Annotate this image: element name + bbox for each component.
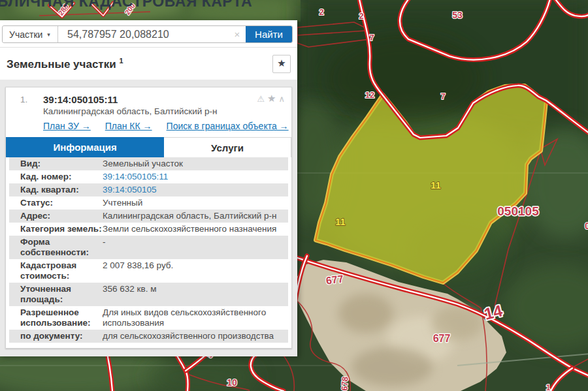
- info-row: Категория земель:Земли сельскохозяйствен…: [9, 223, 288, 236]
- page-title: ПУБЛИЧНАЯ КАДАСТРОВАЯ КАРТА: [0, 0, 252, 10]
- favorites-button[interactable]: ★: [272, 55, 291, 73]
- tabs: ИнформацияУслуги: [6, 137, 291, 157]
- info-label: Вид:: [9, 159, 103, 169]
- info-value: 356 632 кв. м: [103, 284, 288, 305]
- info-value: для сельскохозяйственного производства: [103, 331, 288, 341]
- search-category-label: Участки: [9, 29, 42, 40]
- info-value: Земли сельскохозяйственного назначения: [103, 224, 288, 234]
- parcel-links: План ЗУ →План КК →Поиск в границах объек…: [43, 121, 286, 131]
- parcel-link[interactable]: План КК →: [105, 121, 152, 131]
- info-value-link[interactable]: 39:14:050105: [103, 185, 288, 195]
- info-label: Адрес:: [9, 211, 103, 221]
- parcel-index: 1.: [20, 95, 27, 104]
- info-label: по документу:: [9, 331, 103, 341]
- parcel-cadastral-number: 39:14:050105:11: [43, 94, 286, 105]
- info-value: Земельный участок: [103, 159, 288, 169]
- info-row: Уточненная площадь:356 632 кв. м: [9, 283, 288, 306]
- info-value: Для иных видов сельскохозяйственного исп…: [103, 307, 288, 328]
- info-label: Категория земель:: [9, 224, 103, 234]
- collapse-icon[interactable]: ∧: [278, 95, 285, 103]
- info-value: 2 007 838,16 руб.: [103, 260, 288, 281]
- results-count: 1: [119, 57, 123, 65]
- search-panel: Участки ▾ × Найти Земельные участки 1 ★ …: [0, 20, 297, 356]
- map-label: 53: [452, 10, 463, 20]
- map-label: 7: [440, 91, 445, 101]
- chevron-down-icon: ▾: [47, 31, 50, 38]
- results-title: Земельные участки 1: [7, 57, 123, 71]
- map-label: 7: [369, 33, 374, 42]
- results-list: 1. 39:14:050105:11 Калининградская облас…: [0, 80, 297, 356]
- map-label: 10: [227, 377, 237, 388]
- search-category-dropdown[interactable]: Участки ▾: [3, 26, 58, 42]
- info-value-link[interactable]: 39:14:050105:11: [103, 172, 288, 182]
- info-row: Вид:Земельный участок: [9, 157, 288, 170]
- info-label: Разрешенное использование:: [9, 307, 103, 328]
- map-label: 11: [335, 216, 346, 227]
- map-label: 1: [546, 383, 551, 391]
- info-label: Статус:: [9, 198, 103, 208]
- info-label: Уточненная площадь:: [9, 284, 103, 305]
- info-value: Калининградская область, Балтийский р-н: [103, 211, 288, 221]
- parcel-card: 1. 39:14:050105:11 Калининградская облас…: [5, 87, 292, 349]
- map-label: 11: [431, 180, 441, 191]
- info-row: Статус:Учтенный: [9, 196, 288, 210]
- search-bar: Участки ▾ × Найти: [0, 20, 297, 48]
- map-label: 678: [339, 377, 350, 391]
- info-label: Кадастровая стоимость:: [9, 260, 103, 281]
- search-button[interactable]: Найти: [246, 26, 292, 42]
- info-row: по документу:для сельскохозяйственного п…: [9, 330, 288, 343]
- map-label: 12: [365, 90, 374, 100]
- clear-search-icon[interactable]: ×: [229, 26, 246, 42]
- info-table: Вид:Земельный участокКад. номер:39:14:05…: [9, 157, 288, 348]
- tab-services[interactable]: Услуги: [164, 137, 291, 157]
- star-icon[interactable]: ★: [267, 94, 276, 104]
- tab-information[interactable]: Информация: [6, 137, 164, 157]
- info-row: Адрес:Калининградская область, Балтийски…: [9, 210, 288, 223]
- map-label: 677: [433, 333, 451, 344]
- info-row: Форма собственности:-: [9, 236, 288, 259]
- info-row: Кадастровая стоимость:2 007 838,16 руб.: [9, 259, 288, 283]
- parcel-link[interactable]: План ЗУ →: [43, 121, 91, 131]
- parcel-address: Калининградская область, Балтийский р-н: [43, 106, 286, 117]
- info-value: Учтенный: [103, 198, 288, 208]
- map-label: 050105: [497, 204, 539, 218]
- info-row: Кад. квартал:39:14:050105: [9, 183, 288, 196]
- info-row: Разрешенное использование:Для иных видов…: [9, 306, 288, 330]
- map-label: 2: [359, 11, 363, 21]
- warning-icon: ⚠: [257, 95, 265, 103]
- info-value: -: [103, 237, 288, 258]
- map-label: 0: [585, 221, 588, 231]
- info-label: Кад. номер:: [9, 172, 103, 182]
- info-label: Форма собственности:: [9, 237, 103, 258]
- info-row: Кад. номер:39:14:050105:11: [9, 170, 288, 183]
- info-label: Кад. квартал:: [9, 185, 103, 195]
- parcel-link[interactable]: Поиск в границах объекта →: [167, 121, 289, 131]
- star-icon: ★: [277, 59, 286, 69]
- map-label: 2: [319, 7, 323, 17]
- search-input[interactable]: [58, 26, 229, 42]
